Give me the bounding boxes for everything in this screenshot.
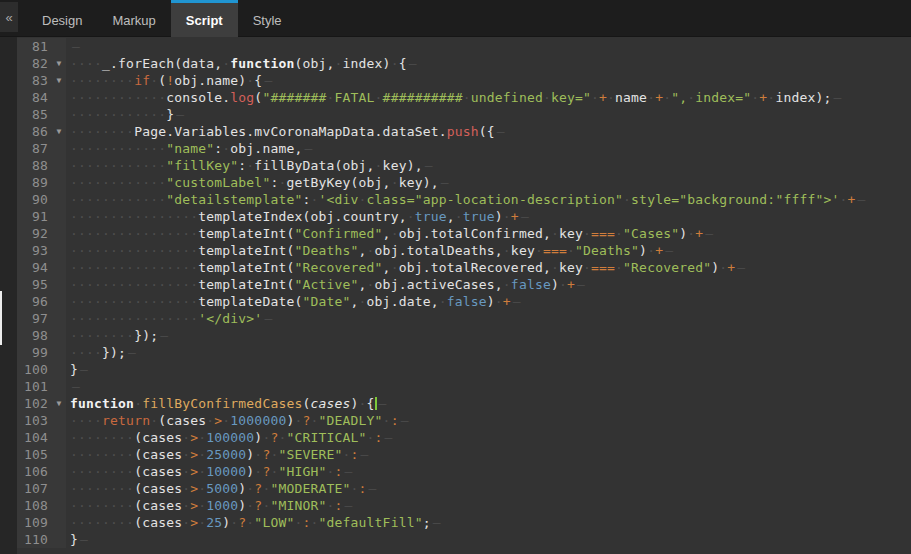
code-line[interactable]: 95················templateInt("Active",·… bbox=[17, 276, 911, 293]
code-line-text: ················templateDate("Date",·obj… bbox=[66, 293, 911, 310]
line-number: 87 bbox=[17, 140, 52, 157]
whitespace-dot: · bbox=[78, 56, 86, 71]
code-line[interactable]: 85············}– bbox=[17, 106, 911, 123]
fold-arrow-icon[interactable]: ▼ bbox=[52, 55, 66, 72]
whitespace-dot: · bbox=[343, 447, 351, 462]
whitespace-dot: · bbox=[158, 277, 166, 292]
code-line[interactable]: 81– bbox=[17, 38, 911, 55]
collapse-panel-icon[interactable]: « bbox=[0, 2, 18, 32]
whitespace-dot: · bbox=[126, 124, 134, 139]
whitespace-dot: · bbox=[86, 311, 94, 326]
code-line[interactable]: 84············console.log("#######·FATAL… bbox=[17, 89, 911, 106]
whitespace-dot: · bbox=[86, 141, 94, 156]
whitespace-dot: · bbox=[70, 481, 78, 496]
code-line[interactable]: 103····return·(cases·>·1000000)·?·"DEADL… bbox=[17, 412, 911, 429]
whitespace-dot: · bbox=[551, 260, 559, 275]
code-line-text: ········Page.Variables.mvCoronaMapData.d… bbox=[66, 123, 911, 140]
code-line-text: ············}– bbox=[66, 106, 911, 123]
line-number: 103 bbox=[17, 412, 52, 429]
tab-markup[interactable]: Markup bbox=[97, 0, 170, 37]
whitespace-dot: · bbox=[647, 90, 655, 105]
whitespace-dot: · bbox=[142, 243, 150, 258]
fold-arrow-icon[interactable]: ▼ bbox=[52, 395, 66, 412]
code-line[interactable]: 92················templateInt("Confirmed… bbox=[17, 225, 911, 242]
code-line[interactable]: 98········});– bbox=[17, 327, 911, 344]
whitespace-dot: · bbox=[118, 328, 126, 343]
code-editor[interactable]: 81–82▼····_.forEach(data,·function(obj,·… bbox=[17, 38, 911, 554]
whitespace-dot: · bbox=[150, 311, 158, 326]
whitespace-dot: · bbox=[751, 90, 759, 105]
code-line[interactable]: 91················templateIndex(obj.coun… bbox=[17, 208, 911, 225]
code-line[interactable]: 108········(cases·>·1000)·?·"MINOR"·:– bbox=[17, 497, 911, 514]
code-line[interactable]: 82▼····_.forEach(data,·function(obj,·ind… bbox=[17, 55, 911, 72]
fold-gutter bbox=[52, 514, 66, 531]
fold-gutter bbox=[52, 259, 66, 276]
whitespace-dot: · bbox=[110, 73, 118, 88]
code-line[interactable]: 109········(cases·>·25)·?·"LOW"·:·"defau… bbox=[17, 514, 911, 531]
code-line[interactable]: 102▼function·fillByConfirmedCases(cases)… bbox=[17, 395, 911, 412]
whitespace-dot: · bbox=[78, 430, 86, 445]
code-line[interactable]: 104········(cases·>·100000)·?·"CRITICAL"… bbox=[17, 429, 911, 446]
line-number: 88 bbox=[17, 157, 52, 174]
fold-gutter bbox=[52, 276, 66, 293]
whitespace-dot: · bbox=[86, 447, 94, 462]
code-line[interactable]: 97················'</div>'– bbox=[17, 310, 911, 327]
line-number: 104 bbox=[17, 429, 52, 446]
code-line[interactable]: 89············"customLabel":·getByKey(ob… bbox=[17, 174, 911, 191]
code-line[interactable]: 83▼········if·(!obj.name)·{– bbox=[17, 72, 911, 89]
whitespace-dot: · bbox=[110, 328, 118, 343]
whitespace-dot: · bbox=[367, 430, 375, 445]
tab-design[interactable]: Design bbox=[27, 0, 97, 37]
code-line-text: ········(cases·>·10000)·?·"HIGH"·:– bbox=[66, 463, 911, 480]
fold-arrow-icon[interactable]: ▼ bbox=[52, 123, 66, 140]
fold-arrow-icon[interactable]: ▼ bbox=[52, 72, 66, 89]
tab-style[interactable]: Style bbox=[238, 0, 297, 37]
whitespace-dot: · bbox=[78, 413, 86, 428]
whitespace-dot: · bbox=[126, 277, 134, 292]
line-number: 108 bbox=[17, 497, 52, 514]
code-line-text: ················templateIndex(obj.countr… bbox=[66, 208, 911, 225]
line-number: 109 bbox=[17, 514, 52, 531]
whitespace-dot: · bbox=[190, 243, 198, 258]
code-line[interactable]: 94················templateInt("Recovered… bbox=[17, 259, 911, 276]
whitespace-dot: · bbox=[166, 243, 174, 258]
code-line[interactable]: 87············"name":·obj.name,– bbox=[17, 140, 911, 157]
whitespace-dot: · bbox=[70, 515, 78, 530]
code-line[interactable]: 100}– bbox=[17, 361, 911, 378]
code-line[interactable]: 101– bbox=[17, 378, 911, 395]
code-line[interactable]: 93················templateInt("Deaths",·… bbox=[17, 242, 911, 259]
code-line[interactable]: 110}– bbox=[17, 531, 911, 548]
vertical-scrollbar-thumb[interactable] bbox=[0, 291, 2, 345]
code-line-text: ····_.forEach(data,·function(obj,·index)… bbox=[66, 55, 911, 72]
code-line-text: ············console.log("#######·FATAL·#… bbox=[66, 89, 911, 106]
whitespace-dot: · bbox=[102, 515, 110, 530]
line-number: 93 bbox=[17, 242, 52, 259]
tab-script[interactable]: Script bbox=[171, 0, 238, 37]
code-line[interactable]: 86▼········Page.Variables.mvCoronaMapDat… bbox=[17, 123, 911, 140]
whitespace-dot: · bbox=[70, 464, 78, 479]
whitespace-dot: · bbox=[86, 430, 94, 445]
whitespace-dot: · bbox=[86, 226, 94, 241]
code-line[interactable]: 106········(cases·>·10000)·?·"HIGH"·:– bbox=[17, 463, 911, 480]
line-number: 83 bbox=[17, 72, 52, 89]
code-line[interactable]: 96················templateDate("Date",·o… bbox=[17, 293, 911, 310]
whitespace-dot: · bbox=[142, 277, 150, 292]
code-line[interactable]: 99····});– bbox=[17, 344, 911, 361]
code-line[interactable]: 88············"fillKey":·fillByData(obj,… bbox=[17, 157, 911, 174]
eol-mark: – bbox=[343, 464, 353, 479]
code-line[interactable]: 90············"detailstemplate":·'<div·c… bbox=[17, 191, 911, 208]
whitespace-dot: · bbox=[150, 260, 158, 275]
whitespace-dot: · bbox=[142, 294, 150, 309]
whitespace-dot: · bbox=[150, 175, 158, 190]
whitespace-dot: · bbox=[559, 277, 567, 292]
whitespace-dot: · bbox=[543, 90, 551, 105]
code-line[interactable]: 107········(cases·>·5000)·?·"MODERATE"·:… bbox=[17, 480, 911, 497]
whitespace-dot: · bbox=[126, 243, 134, 258]
whitespace-dot: · bbox=[94, 209, 102, 224]
code-line[interactable]: 105········(cases·>·25000)·?·"SEVERE"·:– bbox=[17, 446, 911, 463]
whitespace-dot: · bbox=[78, 515, 86, 530]
whitespace-dot: · bbox=[150, 243, 158, 258]
whitespace-dot: · bbox=[359, 396, 367, 411]
whitespace-dot: · bbox=[110, 209, 118, 224]
whitespace-dot: · bbox=[94, 328, 102, 343]
